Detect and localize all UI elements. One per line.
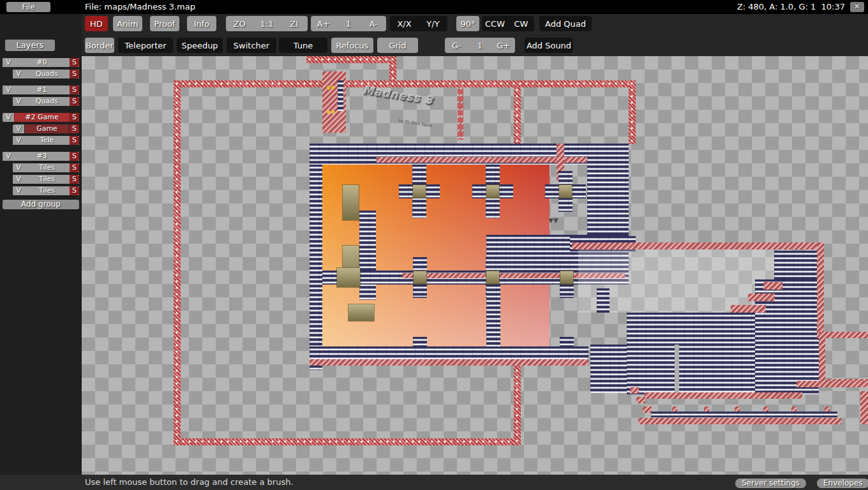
map-file-title: File: maps/Madness 3.map: [85, 2, 195, 12]
layer-visibility-toggle[interactable]: V: [13, 124, 24, 133]
flip-y-button[interactable]: Y/Y: [419, 16, 447, 31]
map-pickup-block: [348, 304, 374, 321]
file-menu-button[interactable]: File: [6, 2, 50, 12]
map-cross-center: [413, 185, 426, 198]
layer-solo-toggle[interactable]: S: [70, 85, 79, 94]
layer-label[interactable]: Tiles: [25, 163, 69, 172]
layer-label[interactable]: Tiles: [25, 175, 69, 184]
layer-solo-toggle[interactable]: S: [70, 97, 79, 106]
rotate-ccw-button[interactable]: CCW: [482, 16, 508, 31]
layer-label[interactable]: Tele: [25, 136, 69, 145]
layer-solo-toggle[interactable]: S: [70, 152, 79, 161]
layer-visibility-toggle[interactable]: V: [13, 136, 24, 145]
border-button[interactable]: Border: [85, 38, 114, 53]
info-button[interactable]: Info: [187, 16, 216, 31]
layer-label[interactable]: #2 Game: [15, 113, 69, 122]
grid-minus-button[interactable]: G-: [445, 38, 468, 53]
zoom-in-button[interactable]: ZI: [280, 16, 308, 31]
map-corridor-floor: [651, 412, 837, 417]
grid-size-value: 1: [468, 38, 492, 53]
layer-row[interactable]: V Tiles S: [13, 163, 79, 172]
layer-row[interactable]: V Tiles S: [13, 186, 79, 195]
anim-speed-value: 1: [336, 16, 361, 31]
zoom-reset-button[interactable]: 1:1: [253, 16, 281, 31]
switcher-button[interactable]: Switcher: [227, 38, 276, 53]
add-group-button[interactable]: Add group: [3, 200, 79, 209]
tune-button[interactable]: Tune: [279, 38, 327, 53]
layer-visibility-toggle[interactable]: V: [13, 186, 24, 195]
layer-visibility-toggle[interactable]: V: [3, 58, 14, 67]
layer-solo-toggle[interactable]: S: [70, 136, 79, 145]
map-stub: [413, 285, 427, 296]
zoom-out-button[interactable]: ZO: [226, 16, 253, 31]
refocus-button[interactable]: Refocus: [331, 38, 373, 53]
anim-speed-group: A+ 1 A-: [311, 16, 386, 31]
layer-row[interactable]: V #0 S: [3, 58, 79, 67]
layer-row[interactable]: V Tiles S: [13, 175, 79, 184]
layer-solo-toggle[interactable]: S: [70, 163, 79, 172]
add-sound-button[interactable]: Add Sound: [525, 38, 573, 53]
map-logo-subtext: by DJ dino DJole: [398, 118, 433, 128]
proof-button[interactable]: Proof: [150, 16, 179, 31]
layer-solo-toggle[interactable]: S: [70, 70, 79, 78]
map-brick-bar: [306, 56, 396, 63]
close-editor-button[interactable]: ✕: [850, 2, 864, 12]
rotate-cw-button[interactable]: CW: [508, 16, 534, 31]
grid-size-group: G- 1 G+: [445, 38, 515, 53]
grid-plus-button[interactable]: G+: [491, 38, 515, 53]
add-quad-button[interactable]: Add Quad: [539, 16, 592, 31]
map-step: [636, 397, 645, 403]
flip-x-button[interactable]: X/X: [390, 16, 419, 31]
layer-visibility-toggle[interactable]: V: [13, 70, 24, 78]
layer-label[interactable]: Quads: [25, 70, 69, 78]
layer-row[interactable]: V Quads S: [13, 97, 79, 106]
map-corridor-wall: [860, 391, 868, 424]
map-bottom-bar: [310, 346, 588, 360]
layer-label[interactable]: #0: [15, 58, 69, 67]
anim-faster-button[interactable]: A+: [311, 16, 336, 31]
anim-button[interactable]: Anim: [113, 16, 142, 31]
layer-visibility-toggle[interactable]: V: [3, 113, 14, 122]
layer-label[interactable]: Tiles: [25, 186, 69, 195]
layer-row[interactable]: V Quads S: [13, 70, 79, 78]
map-stub: [560, 285, 574, 296]
layers-header-button[interactable]: Layers: [5, 40, 55, 51]
anim-slower-button[interactable]: A-: [361, 16, 386, 31]
layer-row[interactable]: V #2 Game S: [3, 113, 79, 122]
layer-visibility-toggle[interactable]: V: [13, 175, 24, 184]
layer-visibility-toggle[interactable]: V: [13, 163, 24, 172]
layer-solo-toggle[interactable]: S: [70, 186, 79, 195]
server-settings-button[interactable]: Server settings: [735, 479, 806, 488]
map-brick-bar: [389, 80, 636, 87]
layer-visibility-toggle[interactable]: V: [13, 97, 24, 106]
layer-label[interactable]: #3: [15, 152, 69, 161]
layer-label[interactable]: Game: [25, 124, 69, 133]
rotate-90-button[interactable]: 90°: [456, 16, 479, 31]
map-stub: [413, 337, 427, 347]
layer-solo-toggle[interactable]: S: [70, 124, 79, 133]
layer-row[interactable]: V Game S: [13, 124, 79, 133]
speedup-button[interactable]: Speedup: [177, 38, 223, 53]
map-brick-edge: [629, 80, 636, 144]
map-stripe-block: [597, 288, 610, 313]
layer-solo-toggle[interactable]: S: [70, 58, 79, 67]
map-right-column: [587, 144, 629, 249]
layer-visibility-toggle[interactable]: V: [3, 85, 14, 94]
layer-row[interactable]: V #3 S: [3, 152, 79, 161]
envelopes-button[interactable]: Envelopes: [817, 479, 868, 488]
layer-solo-toggle[interactable]: S: [70, 113, 79, 122]
layer-visibility-toggle[interactable]: V: [3, 152, 14, 161]
map-brick-bar: [572, 242, 822, 249]
layer-row[interactable]: V Tele S: [13, 136, 79, 145]
map-stub: [791, 406, 797, 412]
teleporter-button[interactable]: Teleporter: [118, 38, 173, 53]
hd-toggle-button[interactable]: HD: [85, 16, 108, 31]
map-stair: [731, 305, 766, 313]
layer-label[interactable]: #1: [15, 85, 69, 94]
map-canvas[interactable]: Madness 3 by DJ dino DJole ▼▼: [82, 56, 868, 475]
layer-solo-toggle[interactable]: S: [70, 175, 79, 184]
layer-row[interactable]: V #1 S: [3, 85, 79, 94]
layer-label[interactable]: Quads: [25, 97, 69, 106]
map-stripe-strip: [338, 80, 343, 111]
grid-button[interactable]: Grid: [377, 38, 418, 53]
